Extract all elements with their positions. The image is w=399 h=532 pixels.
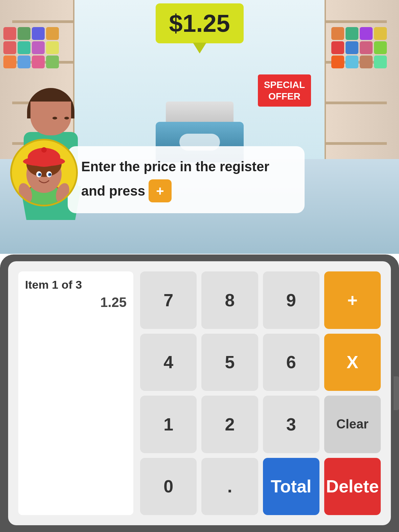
- products-right: [331, 27, 396, 68]
- price-display: $1.25: [155, 3, 243, 43]
- item-label: Item 1 of 3: [25, 278, 127, 291]
- speech-text-1: Enter the price in the register: [81, 157, 269, 176]
- speech-bubble: Enter the price in the register and pres…: [68, 146, 305, 213]
- key-6[interactable]: 6: [263, 334, 319, 391]
- key-0[interactable]: 0: [140, 458, 197, 515]
- key-2[interactable]: 2: [201, 396, 258, 453]
- plus-badge: +: [149, 179, 172, 202]
- products-left: [3, 27, 68, 68]
- key-clear[interactable]: Clear: [324, 396, 381, 453]
- special-offer-sign: SPECIALOFFER: [258, 74, 311, 107]
- key-5[interactable]: 5: [201, 334, 258, 391]
- keypad: 7 8 9 + 4 5 6 X 1 2 3 Clear 0 . Total De…: [140, 271, 381, 515]
- svg-point-7: [41, 147, 47, 153]
- cashier-eye-right: [64, 117, 69, 119]
- avatar-svg: [12, 140, 76, 205]
- avatar-circle: [10, 139, 78, 206]
- receipt-area: Item 1 of 3 1.25 7 8 9 + 4 5 6 X 1 2 3 C…: [18, 271, 381, 515]
- receipt-panel: Item 1 of 3 1.25: [18, 271, 133, 515]
- key-4[interactable]: 4: [140, 334, 197, 391]
- key-9[interactable]: 9: [263, 271, 319, 329]
- key-dot[interactable]: .: [201, 458, 258, 515]
- key-1[interactable]: 1: [140, 396, 197, 453]
- key-7[interactable]: 7: [140, 271, 197, 329]
- cashier-eye-left: [52, 117, 57, 119]
- svg-point-12: [39, 174, 41, 175]
- key-3[interactable]: 3: [263, 396, 319, 453]
- item-value: 1.25: [25, 295, 127, 310]
- key-total[interactable]: Total: [263, 458, 319, 515]
- cashier-face: [30, 102, 71, 135]
- game-scene: $1.25 SPECIALOFFER Enter the price in th…: [0, 0, 399, 254]
- device-inner: Item 1 of 3 1.25 7 8 9 + 4 5 6 X 1 2 3 C…: [8, 261, 391, 525]
- key-x[interactable]: X: [324, 334, 381, 391]
- calculator-device: Item 1 of 3 1.25 7 8 9 + 4 5 6 X 1 2 3 C…: [0, 254, 399, 532]
- key-8[interactable]: 8: [201, 271, 258, 329]
- key-plus[interactable]: +: [324, 271, 381, 329]
- key-delete[interactable]: Delete: [324, 458, 381, 515]
- svg-point-13: [49, 174, 51, 175]
- side-button[interactable]: [394, 376, 399, 410]
- speech-text-2: and press: [81, 181, 145, 200]
